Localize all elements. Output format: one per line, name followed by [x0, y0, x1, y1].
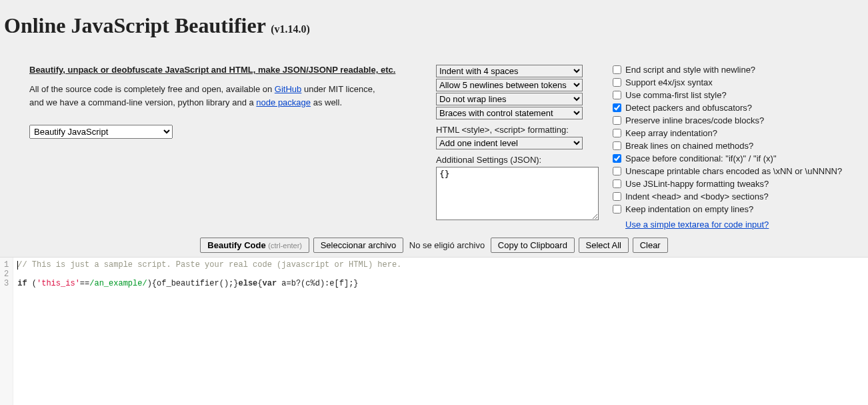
- beautify-button[interactable]: Beautify Code (ctrl-enter): [200, 238, 309, 253]
- opt-label: Break lines on chained methods?: [625, 141, 753, 151]
- additional-settings-label: Additional Settings (JSON):: [436, 155, 613, 165]
- e4x-checkbox[interactable]: [613, 78, 621, 87]
- node-package-link[interactable]: node package: [256, 97, 311, 107]
- opt-label: End script and style with newline?: [625, 65, 755, 75]
- language-select[interactable]: Beautify JavaScript: [29, 125, 173, 139]
- clear-button[interactable]: Clear: [633, 238, 668, 253]
- comma-first-checkbox[interactable]: [613, 91, 621, 99]
- detect-packers-checkbox[interactable]: [613, 103, 621, 112]
- break-chained-checkbox[interactable]: [613, 141, 621, 150]
- title-text: Online JavaScript Beautifier: [4, 13, 265, 37]
- opt-label: Space before conditional: "if(x)" / "if …: [625, 153, 777, 163]
- select-all-button[interactable]: Select All: [579, 238, 629, 253]
- unescape-checkbox[interactable]: [613, 167, 621, 175]
- newlines-select[interactable]: Allow 5 newlines between tokens: [436, 79, 583, 91]
- code-editor[interactable]: 1 2 3 // This is just a sample script. P…: [0, 257, 868, 405]
- opt-label: Indent <head> and <body> sections?: [625, 191, 769, 201]
- opt-label: Use JSLint-happy formatting tweaks?: [625, 179, 769, 189]
- opt-label: Use comma-first list style?: [625, 90, 727, 100]
- opt-label: Preserve inline braces/code blocks?: [625, 115, 764, 125]
- github-link[interactable]: GitHub: [275, 84, 301, 94]
- space-conditional-checkbox[interactable]: [613, 154, 621, 163]
- end-newline-checkbox[interactable]: [613, 65, 621, 74]
- action-bar: Beautify Code (ctrl-enter) Seleccionar a…: [0, 235, 868, 257]
- html-format-label: HTML <style>, <script> formatting:: [436, 125, 613, 135]
- wrap-select[interactable]: Do not wrap lines: [436, 93, 583, 105]
- select-file-button[interactable]: Seleccionar archivo: [313, 238, 403, 253]
- keep-array-checkbox[interactable]: [613, 129, 621, 137]
- page-title: Online JavaScript Beautifier (v1.14.0): [0, 0, 868, 45]
- braces-select[interactable]: Braces with control statement: [436, 107, 583, 119]
- description: All of the source code is completely fre…: [29, 83, 436, 109]
- version-text: (v1.14.0): [271, 23, 310, 35]
- desc-text: All of the source code is completely fre…: [29, 84, 275, 94]
- indent-select[interactable]: Indent with 4 spaces: [436, 65, 583, 77]
- opt-label: Keep array indentation?: [625, 128, 717, 138]
- code-content[interactable]: // This is just a sample script. Paste y…: [13, 258, 868, 405]
- keep-indent-empty-checkbox[interactable]: [613, 205, 621, 214]
- indent-head-checkbox[interactable]: [613, 192, 621, 201]
- copy-clipboard-button[interactable]: Copy to Clipboard: [491, 238, 575, 253]
- subtitle: Beautify, unpack or deobfuscate JavaScri…: [29, 65, 436, 75]
- jslint-checkbox[interactable]: [613, 179, 621, 188]
- opt-label: Detect packers and obfuscators?: [625, 103, 752, 113]
- additional-settings-input[interactable]: [436, 167, 599, 220]
- opt-label: Support e4x/jsx syntax: [625, 77, 713, 87]
- preserve-braces-checkbox[interactable]: [613, 116, 621, 125]
- file-status-text: No se eligió archivo: [409, 240, 485, 250]
- line-gutter: 1 2 3: [0, 258, 13, 405]
- opt-label: Keep indentation on empty lines?: [625, 204, 753, 214]
- html-format-select[interactable]: Add one indent level: [436, 137, 583, 149]
- simple-textarea-link[interactable]: Use a simple textarea for code input?: [625, 220, 769, 230]
- opt-label: Unescape printable chars encoded as \xNN…: [625, 166, 842, 176]
- desc-text: as well.: [311, 97, 342, 107]
